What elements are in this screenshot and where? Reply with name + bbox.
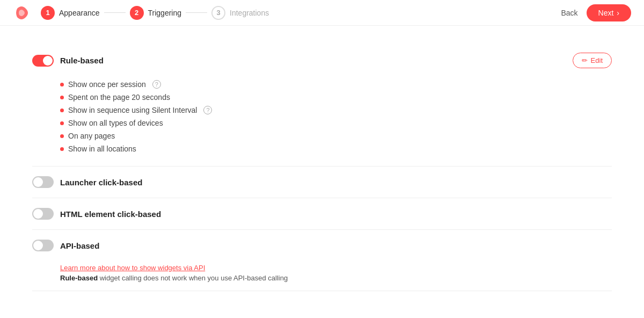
item-text: Show in sequence using Silent Interval <box>68 106 197 114</box>
api-based-toggle[interactable] <box>32 240 54 251</box>
list-item: Show once per session ? <box>60 80 612 89</box>
section-html-element-click-based: HTML element click-based <box>32 198 612 229</box>
rule-based-header-left: Rule-based <box>32 55 104 67</box>
step-1-label: Appearance <box>59 9 100 17</box>
step-integrations: 3 Integrations <box>211 6 269 20</box>
header-actions: Back Next › <box>561 4 631 21</box>
step-3-label: Integrations <box>230 9 269 17</box>
item-text: On any pages <box>68 132 115 140</box>
launcher-click-title: Launcher click-based <box>60 178 142 187</box>
html-click-title: HTML element click-based <box>60 209 161 219</box>
section-launcher-click-based: Launcher click-based <box>32 167 612 198</box>
api-note: Rule-based widget calling does not work … <box>60 274 612 282</box>
item-text: Spent on the page 20 seconds <box>68 93 170 102</box>
section-rule-based: Rule-based ✏ Edit Show once per session … <box>32 43 612 166</box>
launcher-click-toggle-knob <box>33 177 43 187</box>
rule-based-header: Rule-based ✏ Edit <box>32 43 612 78</box>
rule-based-title: Rule-based <box>60 56 104 65</box>
api-learn-more-link[interactable]: Learn more about how to show widgets via… <box>60 264 205 272</box>
html-click-toggle[interactable] <box>32 208 54 220</box>
step-3-number: 3 <box>211 6 225 20</box>
item-text: Show once per session <box>68 80 146 89</box>
next-label: Next <box>598 9 614 17</box>
wizard-steps: 1 Appearance 2 Triggering 3 Integrations <box>41 6 561 20</box>
help-icon[interactable]: ? <box>152 80 161 89</box>
api-based-toggle-knob <box>33 241 43 250</box>
bullet-icon <box>60 134 64 138</box>
html-click-header: HTML element click-based <box>32 198 612 229</box>
api-based-title: API-based <box>60 241 99 250</box>
bullet-icon <box>60 96 64 99</box>
api-note-bold: Rule-based <box>60 274 98 282</box>
item-text: Show on all types of devices <box>68 119 163 127</box>
list-item: Spent on the page 20 seconds <box>60 93 612 102</box>
divider-4 <box>32 291 612 291</box>
section-api-based: API-based Learn more about how to show w… <box>32 230 612 291</box>
api-based-header: API-based <box>32 230 612 261</box>
main-content: Rule-based ✏ Edit Show once per session … <box>0 26 644 308</box>
edit-button[interactable]: ✏ Edit <box>573 53 612 68</box>
html-click-header-left: HTML element click-based <box>32 208 161 220</box>
step-divider-2 <box>186 12 207 13</box>
step-1-number: 1 <box>41 6 55 20</box>
next-arrow-icon: › <box>617 9 619 17</box>
step-2-label: Triggering <box>148 9 182 17</box>
api-note-rest: widget calling does not work when you us… <box>98 274 288 282</box>
step-2-number: 2 <box>130 6 144 20</box>
list-item: Show in sequence using Silent Interval ? <box>60 106 612 114</box>
bullet-icon <box>60 83 64 86</box>
step-appearance: 1 Appearance <box>41 6 100 20</box>
edit-pencil-icon: ✏ <box>582 56 588 64</box>
back-button[interactable]: Back <box>561 9 577 17</box>
app-header: 1 Appearance 2 Triggering 3 Integrations… <box>0 0 644 26</box>
list-item: On any pages <box>60 132 612 140</box>
step-divider-1 <box>104 12 126 13</box>
api-based-info: Learn more about how to show widgets via… <box>32 261 612 291</box>
launcher-click-toggle[interactable] <box>32 176 54 188</box>
bullet-icon <box>60 147 64 151</box>
list-item: Show in all locations <box>60 144 612 153</box>
next-button[interactable]: Next › <box>587 4 631 21</box>
edit-label: Edit <box>591 56 603 64</box>
bullet-icon <box>60 109 64 112</box>
step-triggering: 2 Triggering <box>130 6 182 20</box>
api-based-header-left: API-based <box>32 240 99 251</box>
item-text: Show in all locations <box>68 144 136 153</box>
help-icon[interactable]: ? <box>203 106 212 114</box>
app-logo <box>13 4 30 21</box>
rule-based-toggle-knob <box>43 56 53 66</box>
bullet-icon <box>60 121 64 125</box>
html-click-toggle-knob <box>33 209 43 219</box>
list-item: Show on all types of devices <box>60 119 612 127</box>
rule-based-items: Show once per session ? Spent on the pag… <box>32 78 612 166</box>
launcher-click-header-left: Launcher click-based <box>32 176 142 188</box>
launcher-click-header: Launcher click-based <box>32 167 612 198</box>
rule-based-toggle[interactable] <box>32 55 54 67</box>
